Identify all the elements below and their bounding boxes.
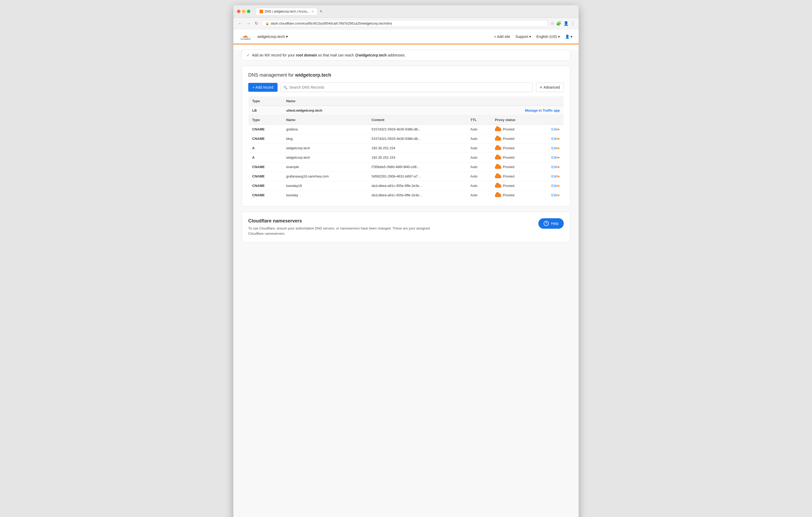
tab-close-button[interactable]: ✕ bbox=[311, 10, 314, 13]
edit-chevron-icon: ▶ bbox=[558, 146, 560, 150]
extensions-button[interactable]: 🧩 bbox=[556, 21, 561, 26]
row-content: 5d582281-290b-4631-b897-a7... bbox=[368, 172, 467, 181]
edit-button[interactable]: Edit bbox=[551, 193, 557, 197]
row-name: blog bbox=[283, 134, 368, 144]
refresh-button[interactable]: ↻ bbox=[254, 20, 259, 26]
proxy-status-text: Proxied bbox=[503, 127, 514, 131]
edit-button[interactable]: Edit bbox=[551, 174, 557, 178]
ns-content: Cloudflare nameservers To use Cloudflare… bbox=[248, 218, 431, 236]
edit-button[interactable]: Edit bbox=[551, 155, 557, 159]
sub-col-ttl: TTL bbox=[467, 115, 491, 125]
language-chevron-icon: ▾ bbox=[558, 34, 560, 39]
row-proxy: Proxied Edit ▶ bbox=[491, 134, 563, 144]
edit-button[interactable]: Edit bbox=[551, 137, 557, 141]
lock-icon: 🔒 bbox=[265, 22, 269, 25]
tab-favicon bbox=[260, 10, 263, 13]
row-proxy: Proxied Edit ▶ bbox=[491, 190, 563, 200]
row-ttl: Auto bbox=[467, 181, 491, 190]
table-sub-header-row: Type Name Content TTL Proxy status bbox=[249, 115, 564, 125]
row-content: 192.30.252.154 bbox=[368, 144, 467, 153]
proxy-status-text: Proxied bbox=[503, 155, 514, 159]
minimize-traffic-light[interactable] bbox=[242, 10, 245, 13]
new-tab-button[interactable]: + bbox=[318, 9, 325, 14]
table-row: A widgetcorp.tech 192.30.252.153 Auto Pr… bbox=[249, 153, 564, 162]
edit-chevron-icon: ▶ bbox=[558, 193, 560, 197]
edit-button[interactable]: Edit bbox=[551, 146, 557, 150]
row-ttl: Auto bbox=[467, 134, 491, 144]
proxy-status-text: Proxied bbox=[503, 165, 514, 169]
close-traffic-light[interactable] bbox=[237, 10, 240, 13]
domain-in-title: widgetcorp.tech bbox=[295, 72, 331, 78]
tab-bar: DNS | widgetcorp.tech | Accou... ✕ + bbox=[256, 8, 575, 15]
ns-description: To use Cloudflare, ensure your authorita… bbox=[248, 226, 431, 236]
lb-row: LB uitest.widgetcorp.tech Manage in Traf… bbox=[249, 106, 564, 115]
domain-name: widgetcorp.tech bbox=[257, 34, 285, 39]
row-type: CNAME bbox=[249, 125, 283, 134]
check-icon: ✓ bbox=[247, 53, 250, 57]
support-button[interactable]: Support ▾ bbox=[515, 34, 531, 39]
edit-button[interactable]: Edit bbox=[551, 184, 557, 188]
help-label: Help bbox=[551, 221, 558, 225]
user-menu-button[interactable]: 👤 ▾ bbox=[565, 34, 572, 39]
browser-actions: ☆ 🧩 👤 ⋮ bbox=[550, 21, 575, 26]
lb-name: uitest.widgetcorp.tech bbox=[283, 106, 368, 115]
notification-bar: ✓ Add an MX record for your root domain … bbox=[242, 50, 570, 61]
address-bar[interactable]: 🔒 dash.cloudflare.com/eca95c4515a39540ca… bbox=[261, 20, 548, 27]
lb-spacer2 bbox=[467, 106, 491, 115]
edit-chevron-icon: ▶ bbox=[558, 156, 560, 159]
proxy-status-text: Proxied bbox=[503, 193, 514, 197]
back-button[interactable]: ← bbox=[237, 21, 243, 26]
support-chevron-icon: ▾ bbox=[529, 34, 531, 39]
dns-toolbar: + Add record 🔍 ≡ Advanced bbox=[248, 83, 564, 92]
account-button[interactable]: 👤 bbox=[563, 21, 569, 26]
domain-selector[interactable]: widgetcorp.tech ▾ bbox=[255, 33, 290, 40]
add-record-button[interactable]: + Add record bbox=[248, 83, 278, 92]
row-content: da1cdbea-a81c-455e-8ffe-2e3e... bbox=[368, 190, 467, 200]
row-ttl: Auto bbox=[467, 153, 491, 162]
row-ttl: Auto bbox=[467, 125, 491, 134]
row-type: CNAME bbox=[249, 134, 283, 144]
lb-type: LB bbox=[249, 106, 283, 115]
row-content: 192.30.252.153 bbox=[368, 153, 467, 162]
row-type: A bbox=[249, 153, 283, 162]
table-row: CNAME grafana 5157d321-5933-4b30-938b-d8… bbox=[249, 125, 564, 134]
app-content: CLOUDFLARE widgetcorp.tech ▾ + Add site … bbox=[233, 29, 579, 517]
table-main-header-row: Type Name bbox=[249, 96, 564, 106]
proxied-cloud-icon bbox=[495, 156, 501, 159]
row-type: CNAME bbox=[249, 190, 283, 200]
advanced-button[interactable]: ≡ Advanced bbox=[536, 83, 564, 92]
language-selector[interactable]: English (US) ▾ bbox=[536, 34, 560, 39]
add-site-button[interactable]: + Add site bbox=[494, 34, 510, 39]
language-label: English (US) bbox=[536, 34, 557, 39]
browser-titlebar: DNS | widgetcorp.tech | Accou... ✕ + bbox=[233, 5, 579, 18]
row-name: tuesday18 bbox=[283, 181, 368, 190]
fullscreen-traffic-light[interactable] bbox=[247, 10, 250, 13]
domain-chevron-icon: ▾ bbox=[286, 34, 288, 39]
menu-button[interactable]: ⋮ bbox=[571, 21, 575, 26]
help-circle-icon: ? bbox=[544, 221, 549, 226]
row-name: grafanaaug16.samrhea.com bbox=[283, 172, 368, 181]
row-content: 5157d321-5933-4b30-938b-d8... bbox=[368, 125, 467, 134]
col-header-type: Type bbox=[249, 96, 283, 106]
search-input[interactable] bbox=[281, 83, 533, 92]
row-proxy: Proxied Edit ▶ bbox=[491, 144, 563, 153]
cloudflare-logo[interactable]: CLOUDFLARE bbox=[240, 33, 251, 40]
row-name: tuesday bbox=[283, 190, 368, 200]
help-button[interactable]: ? Help bbox=[539, 218, 564, 229]
active-tab[interactable]: DNS | widgetcorp.tech | Accou... ✕ bbox=[256, 8, 318, 15]
forward-button[interactable]: → bbox=[245, 21, 252, 26]
bookmark-button[interactable]: ☆ bbox=[550, 21, 554, 26]
proxied-cloud-icon bbox=[495, 165, 501, 169]
sub-col-type: Type bbox=[249, 115, 283, 125]
row-proxy: Proxied Edit ▶ bbox=[491, 181, 563, 190]
ns-title: Cloudflare nameservers bbox=[248, 218, 431, 224]
edit-button[interactable]: Edit bbox=[551, 165, 557, 169]
proxy-status-text: Proxied bbox=[503, 184, 514, 188]
manage-in-traffic-link[interactable]: Manage in Traffic app bbox=[525, 109, 560, 112]
proxy-status-text: Proxied bbox=[503, 174, 514, 178]
row-content: f795b6e5-3980-486f-9f40-c08... bbox=[368, 162, 467, 172]
edit-button[interactable]: Edit bbox=[551, 127, 557, 131]
proxied-cloud-icon bbox=[495, 184, 501, 188]
row-ttl: Auto bbox=[467, 162, 491, 172]
proxy-status-text: Proxied bbox=[503, 137, 514, 141]
